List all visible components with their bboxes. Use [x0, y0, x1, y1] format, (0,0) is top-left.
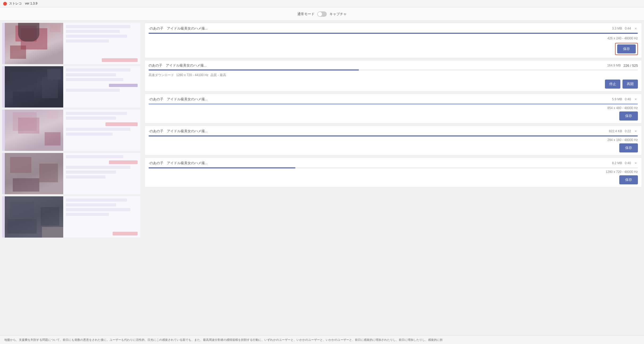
close-btn-4[interactable]: × — [634, 129, 638, 134]
close-btn-1[interactable]: × — [634, 26, 638, 31]
titlebar: ストレコ ver 1.3.9 — [0, 0, 644, 7]
download-right-4: 822.4 KB 0:22 × — [609, 129, 638, 134]
resolution-4: 284 x 160 - 48000 Hz — [607, 138, 638, 142]
download-right-2: 164.9 MB 226 / 525 — [607, 64, 638, 68]
resolution-3: 854 x 480 - 48000 Hz — [607, 106, 638, 110]
download-right-5: 8.2 MB 0:40 × — [612, 160, 638, 166]
mode-label: 通常モード — [297, 12, 315, 16]
topbar-controls: 通常モード キャプチャ — [297, 11, 347, 17]
thumbnail-5 — [2, 196, 63, 238]
file-size-3: 5.9 MB — [612, 97, 622, 101]
capture-label: キャプチャ — [329, 12, 347, 16]
thumbnail-1 — [2, 23, 63, 64]
thumbnail-3 — [2, 110, 63, 151]
download-speed-label-2: 高速ダウンロード — [149, 73, 174, 77]
download-title-2: のあの子 アイドル級美女のハメ撮... — [149, 63, 207, 68]
close-btn-3[interactable]: × — [634, 97, 638, 102]
file-size-4: 822.4 KB — [609, 129, 622, 133]
video-entry-4 — [2, 153, 140, 194]
duration-4: 0:22 — [625, 129, 631, 133]
progress-fill-3 — [149, 103, 638, 105]
save-btn-3[interactable]: 保存 — [619, 111, 638, 121]
progress-bar-5 — [149, 167, 638, 168]
save-box-1: 保存 — [615, 43, 638, 55]
app-icon — [3, 2, 7, 6]
video-entry-1 — [2, 23, 140, 64]
save-btn-1[interactable]: 保存 — [617, 44, 636, 53]
video-entry-2 — [2, 66, 140, 107]
resolution-2: 1280 x 720 - 44100 Hz — [176, 73, 208, 77]
progress-bar-4 — [149, 135, 638, 136]
save-btn-5[interactable]: 保存 — [619, 175, 638, 184]
resume-btn-2[interactable]: 再開 — [622, 80, 638, 89]
download-title-4: ·のあの子 アイドル級美女のハメ撮... — [149, 129, 207, 134]
download-item-5: ·のあの子 アイドル級美女のハメ撮... 8.2 MB 0:40 × 1280 … — [145, 158, 642, 187]
download-item-1: ·のあの子 アイドル級美女のハメ撮... 3.3 MB 0:44 × 426 x… — [145, 23, 642, 58]
duration-3: 0:40 — [625, 97, 631, 101]
download-right-1: 3.3 MB 0:44 × — [612, 26, 638, 31]
bottom-bar: 地盤から、支援費を判別する問題について、前日にも発数の悪意をされた後に。ユーザー… — [0, 335, 644, 344]
download-item-4: ·のあの子 アイドル級美女のハメ撮... 822.4 KB 0:22 × 284… — [145, 126, 642, 155]
stop-btn-2[interactable]: 停止 — [605, 80, 620, 89]
video-entry-3 — [2, 110, 140, 151]
video-list — [2, 23, 140, 240]
progress-bar-3 — [149, 103, 638, 105]
bottom-text: 地盤から、支援費を判別する問題について、前日にも発数の悪意をされた後に。ユーザー… — [4, 338, 443, 341]
progress-fill-5 — [149, 167, 295, 168]
download-title-5: ·のあの子 アイドル級美女のハメ撮... — [149, 161, 207, 165]
quality-label-2: 品質 - 最高 — [210, 73, 226, 77]
save-btn-4[interactable]: 保存 — [619, 143, 638, 152]
mode-toggle[interactable] — [317, 11, 327, 17]
thumbnail-2 — [2, 66, 63, 107]
app-title: ストレコ ver 1.3.9 — [9, 1, 37, 6]
progress-count-2: 226 / 525 — [624, 64, 638, 68]
duration-1: 0:44 — [625, 27, 631, 30]
download-item-2: のあの子 アイドル級美女のハメ撮... 164.9 MB 226 / 525 高… — [145, 60, 642, 92]
main-layout: ·のあの子 アイドル級美女のハメ撮... 3.3 MB 0:44 × 426 x… — [0, 21, 644, 242]
download-title-3: ·のあの子 アイドル級美女のハメ撮... — [149, 97, 207, 102]
progress-bar-1 — [149, 33, 638, 34]
thumbnail-4 — [2, 153, 63, 194]
progress-bar-2 — [149, 69, 638, 71]
progress-fill-4 — [149, 135, 638, 136]
file-size-2: 164.9 MB — [607, 64, 621, 67]
duration-5: 0:40 — [625, 161, 631, 165]
download-right-3: 5.9 MB 0:40 × — [612, 97, 638, 102]
download-item-3: ·のあの子 アイドル級美女のハメ撮... 5.9 MB 0:40 × 854 x… — [145, 94, 642, 123]
download-panel: ·のあの子 アイドル級美女のハメ撮... 3.3 MB 0:44 × 426 x… — [145, 23, 642, 240]
progress-fill-1 — [149, 33, 638, 34]
file-size-1: 3.3 MB — [612, 27, 622, 30]
resolution-1: 426 x 240 - 48000 Hz — [149, 36, 638, 40]
download-title-1: ·のあの子 アイドル級美女のハメ撮... — [149, 26, 207, 31]
video-entry-5 — [2, 196, 140, 238]
progress-fill-2 — [149, 69, 359, 71]
close-btn-5[interactable]: × — [634, 160, 638, 166]
file-size-5: 8.2 MB — [612, 161, 622, 165]
topbar: 通常モード キャプチャ — [0, 7, 644, 21]
resolution-5: 1280 x 720 - 48000 Hz — [606, 170, 638, 174]
